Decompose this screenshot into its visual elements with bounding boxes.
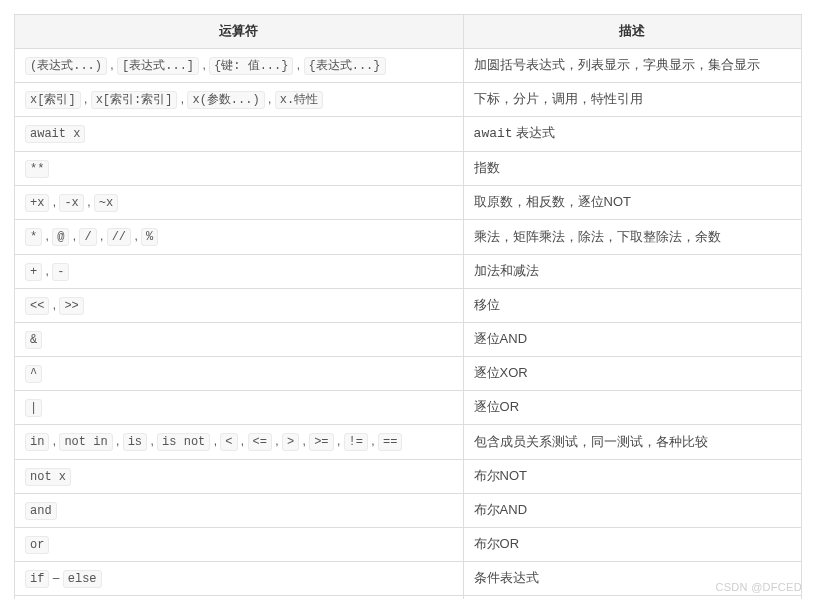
operator-token: is not [157,433,210,451]
operator-token: << [25,297,49,315]
operator-token: * [25,228,42,246]
table-row: and布尔AND [15,493,802,527]
description-cell: 布尔OR [463,528,801,562]
table-row: * , @ , / , // , %乘法，矩阵乘法，除法，下取整除法，余数 [15,220,802,254]
operator-token: x[索引:索引] [91,91,178,109]
header-operator: 运算符 [15,15,464,49]
operator-token: not x [25,468,71,486]
description-cell: 指数 [463,151,801,185]
operator-token: % [141,228,158,246]
table-row: (表达式...) , [表达式...] , {键: 值...} , {表达式..… [15,48,802,82]
operator-token: -x [59,194,83,212]
operator-cell: | [15,391,464,425]
description-cell: 布尔AND [463,493,801,527]
table-row: await xawait 表达式 [15,117,802,152]
description-cell: 逐位XOR [463,357,801,391]
operator-token: if [25,570,49,588]
operator-token: x[索引] [25,91,81,109]
description-cell: 加圆括号表达式，列表显示，字典显示，集合显示 [463,48,801,82]
operator-token: x.特性 [275,91,323,109]
operator-token: & [25,331,42,349]
description-cell: 乘法，矩阵乘法，除法，下取整除法，余数 [463,220,801,254]
table-row: &逐位AND [15,322,802,356]
operator-cell: (表达式...) , [表达式...] , {键: 值...} , {表达式..… [15,48,464,82]
table-row: |逐位OR [15,391,802,425]
operator-cell: in , not in , is , is not , < , <= , > ,… [15,425,464,459]
operator-token: (表达式...) [25,57,107,75]
desc-code: await [474,126,513,141]
operator-cell: ^ [15,357,464,391]
operator-cell: and [15,493,464,527]
operator-cell: +x , -x , ~x [15,186,464,220]
table-row: in , not in , is , is not , < , <= , > ,… [15,425,802,459]
operator-token: and [25,502,57,520]
operator-token: > [282,433,299,451]
operator-cell: if – else [15,562,464,596]
operator-cell: & [15,322,464,356]
table-row: **指数 [15,151,802,185]
table-row: +x , -x , ~x取原数，相反数，逐位NOT [15,186,802,220]
operator-cell: << , >> [15,288,464,322]
operator-token: {键: 值...} [209,57,293,75]
operator-cell: not x [15,459,464,493]
operator-token: {表达式...} [304,57,386,75]
description-cell: 移位 [463,288,801,322]
watermark: CSDN @DFCED [715,581,802,593]
operator-token: <= [248,433,272,451]
operator-token: or [25,536,49,554]
table-row: x[索引] , x[索引:索引] , x(参数...) , x.特性下标，分片，… [15,82,802,116]
operator-token: await x [25,125,85,143]
operator-token: +x [25,194,49,212]
table-row: not x布尔NOT [15,459,802,493]
operator-token: ~x [94,194,118,212]
table-row: ^逐位XOR [15,357,802,391]
table-header-row: 运算符 描述 [15,15,802,49]
operator-token: >= [309,433,333,451]
description-cell: 下标，分片，调用，特性引用 [463,82,801,116]
operator-token: ** [25,160,49,178]
operator-token: != [344,433,368,451]
operator-cell: await x [15,117,464,152]
operator-precedence-table: 运算符 描述 (表达式...) , [表达式...] , {键: 值...} ,… [14,14,802,599]
table-row: if – else条件表达式 [15,562,802,596]
operator-token: / [79,228,96,246]
operator-cell: * , @ , / , // , % [15,220,464,254]
description-cell: 逐位OR [463,391,801,425]
operator-token: [表达式...] [117,57,199,75]
table-row: + , -加法和减法 [15,254,802,288]
operator-token: in [25,433,49,451]
description-cell: 加法和减法 [463,254,801,288]
operator-token: == [378,433,402,451]
operator-cell: or [15,528,464,562]
description-cell: await 表达式 [463,117,801,152]
operator-cell: ** [15,151,464,185]
header-description: 描述 [463,15,801,49]
operator-token: ^ [25,365,42,383]
operator-token: + [25,263,42,281]
operator-cell: + , - [15,254,464,288]
description-cell: 逐位AND [463,322,801,356]
operator-token: | [25,399,42,417]
operator-token: - [52,263,69,281]
operator-token: else [63,570,102,588]
description-cell: 取原数，相反数，逐位NOT [463,186,801,220]
operator-cell: x[索引] , x[索引:索引] , x(参数...) , x.特性 [15,82,464,116]
table-row: << , >>移位 [15,288,802,322]
operator-token: < [220,433,237,451]
description-cell: 布尔NOT [463,459,801,493]
description-cell: 包含成员关系测试，同一测试，各种比较 [463,425,801,459]
operator-token: not in [59,433,112,451]
operator-token: @ [52,228,69,246]
operator-token: is [123,433,147,451]
table-row: or布尔OR [15,528,802,562]
operator-token: // [107,228,131,246]
operator-token: x(参数...) [187,91,264,109]
operator-token: >> [59,297,83,315]
